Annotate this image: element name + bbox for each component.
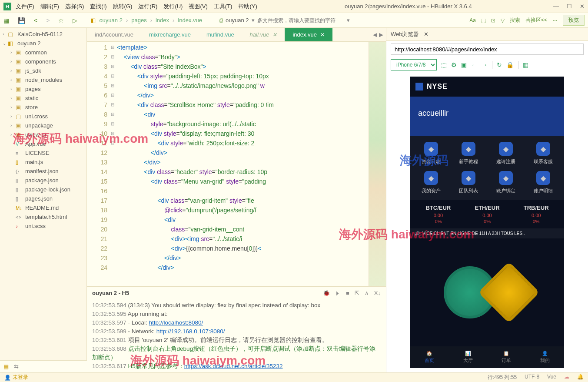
qr-icon[interactable]: ▦ xyxy=(523,61,528,68)
user-icon[interactable]: 👤 xyxy=(4,375,11,381)
console-link[interactable]: https://ask.dcloud.net.cn/article/35232 xyxy=(184,363,283,369)
nav-back-icon[interactable]: ← xyxy=(471,61,477,68)
menu-tile[interactable]: ◆我的资产 xyxy=(414,171,448,194)
login-status[interactable]: 未登录 xyxy=(13,374,28,381)
search-scope-icon[interactable]: ⎙ xyxy=(219,17,223,23)
menu-tile[interactable]: ◆新手教程 xyxy=(451,142,486,165)
search-btn[interactable]: 搜索 xyxy=(510,17,520,24)
bell-icon[interactable]: 🔔 xyxy=(577,374,584,381)
tree-file[interactable]: []main.js xyxy=(0,157,86,167)
close-tab-icon[interactable]: ✕ xyxy=(424,31,429,37)
stop-icon[interactable]: ■ xyxy=(346,290,349,296)
tree-folder[interactable]: ›▣static xyxy=(0,94,86,103)
cloud-icon[interactable]: ☁ xyxy=(564,374,569,381)
minimize-icon[interactable]: ― xyxy=(553,3,559,10)
replace-btn[interactable]: 替换区<< xyxy=(525,17,547,24)
sync-icon[interactable]: ⇆ xyxy=(14,363,19,370)
editor-tab[interactable]: index.vue✕ xyxy=(285,28,332,41)
close-icon[interactable]: ✕ xyxy=(580,3,585,10)
menu-edit[interactable]: 编辑(E) xyxy=(40,3,59,10)
menu-goto[interactable]: 跳转(G) xyxy=(113,3,133,10)
project-dropdown[interactable]: ouyuan 2 xyxy=(226,17,249,23)
tree-folder[interactable]: ›▣node_modules xyxy=(0,75,86,84)
crumb-project[interactable]: ouyuan 2 xyxy=(99,17,123,23)
tree-folder[interactable]: ›▣js_sdk xyxy=(0,66,86,75)
nav-fwd-icon[interactable]: → xyxy=(482,61,488,68)
tree-folder[interactable]: ›▣store xyxy=(0,103,86,112)
tree-root[interactable]: ⌄◧ouyuan 2 xyxy=(0,39,86,48)
new-file-icon[interactable]: ▦ xyxy=(3,17,9,24)
language-mode[interactable]: Vue xyxy=(547,374,556,381)
regex-icon[interactable]: ⬚ xyxy=(481,17,486,23)
menu-tile[interactable]: ◆联系客服 xyxy=(526,142,561,165)
maximize-icon[interactable]: ☐ xyxy=(567,3,572,10)
ticker[interactable]: BTC/EUR0.000% xyxy=(414,204,463,224)
menu-tile[interactable]: ◆邀请注册 xyxy=(488,142,523,165)
bottom-nav-item[interactable]: 👤我的 xyxy=(526,346,565,368)
explorer-icon[interactable]: ▤ xyxy=(3,363,9,370)
devtools-icon[interactable]: ▣ xyxy=(461,61,467,68)
tab-next-icon[interactable]: ▶ xyxy=(379,31,383,38)
code-editor[interactable]: 123456789101112131415161718192021222324 … xyxy=(87,42,386,286)
open-external-icon[interactable]: ⬚ xyxy=(441,61,447,68)
save-icon[interactable]: 💾 xyxy=(18,17,25,24)
device-select[interactable]: iPhone 6/7/8 xyxy=(391,59,437,70)
menu-tile[interactable]: ◆账户明细 xyxy=(526,171,561,194)
aa-icon[interactable]: Aa xyxy=(469,17,476,23)
collapse-icon[interactable]: ∧ xyxy=(365,290,369,296)
tree-file[interactable]: M↓README.md xyxy=(0,203,86,212)
minimap[interactable] xyxy=(369,42,386,286)
preview-button[interactable]: 预览 xyxy=(563,15,585,26)
tree-file[interactable]: VApp.vue xyxy=(0,139,86,148)
tree-folder[interactable]: ›▣unpackage xyxy=(0,121,86,130)
url-input[interactable] xyxy=(391,44,584,55)
search-input[interactable] xyxy=(257,16,344,25)
menu-file[interactable]: 文件(F) xyxy=(16,3,34,10)
editor-tab[interactable]: mufind.vue xyxy=(199,28,242,41)
reload-icon[interactable]: ↻ xyxy=(497,61,502,68)
editor-tab[interactable]: hall.vue✕ xyxy=(242,28,285,41)
crumb-file[interactable]: index.vue xyxy=(178,17,202,23)
bottom-nav-item[interactable]: 📊大厅 xyxy=(449,346,488,368)
console-link[interactable]: http://localhost:8080/ xyxy=(149,319,203,326)
crumb-folder[interactable]: pages xyxy=(131,17,146,23)
forward-icon[interactable]: > xyxy=(46,17,50,24)
crumb-folder2[interactable]: index xyxy=(156,17,169,23)
browser-tab-label[interactable]: Web浏览器 xyxy=(391,30,419,38)
export-icon[interactable]: ⇱ xyxy=(355,290,359,296)
ticker[interactable]: ETH/EUR0.000% xyxy=(463,204,512,224)
tree-folder[interactable]: ›▣uview-ui xyxy=(0,130,86,139)
settings-icon[interactable]: ⚙ xyxy=(451,61,457,68)
menu-tile[interactable]: ◆账户绑定 xyxy=(488,171,523,194)
tree-file[interactable]: ›▢uni.cross xyxy=(0,112,86,121)
tree-file[interactable]: <>template.h5.html xyxy=(0,212,86,221)
close-console-icon[interactable]: X↓ xyxy=(374,290,381,296)
menu-tile[interactable]: ◆资金日志 xyxy=(414,142,448,165)
menu-help[interactable]: 帮助(Y) xyxy=(238,3,257,10)
tab-prev-icon[interactable]: ◀ xyxy=(373,31,377,38)
menu-select[interactable]: 选择(S) xyxy=(65,3,84,10)
tree-folder[interactable]: ›▣components xyxy=(0,57,86,66)
tree-file[interactable]: []package.json xyxy=(0,176,86,185)
menu-tools[interactable]: 工具(T) xyxy=(214,3,233,10)
bottom-nav-item[interactable]: 🏠首页 xyxy=(410,346,449,368)
bug-icon[interactable]: 🐞 xyxy=(323,290,330,296)
menu-tile[interactable]: ◆团队列表 xyxy=(451,171,486,194)
star-icon[interactable]: ☆ xyxy=(58,17,64,24)
tree-file[interactable]: []pages.json xyxy=(0,194,86,203)
menu-find[interactable]: 查找(I) xyxy=(90,3,106,10)
ticker[interactable]: TRB/EUR0.000% xyxy=(512,204,561,224)
editor-tab[interactable]: mixrecharge.vue xyxy=(141,28,199,41)
dots-icon[interactable]: ⋯ xyxy=(552,17,558,23)
back-icon[interactable]: < xyxy=(34,17,37,24)
menu-view[interactable]: 视图(V) xyxy=(189,3,207,10)
tree-file[interactable]: []package-lock.json xyxy=(0,185,86,194)
tree-file[interactable]: ≡LICENSE xyxy=(0,148,86,157)
tree-root[interactable]: ›▢KaisCoin-h5-0112 xyxy=(0,30,86,39)
bottom-nav-item[interactable]: 📋订单 xyxy=(487,346,526,368)
tree-folder[interactable]: ›▣pages xyxy=(0,84,86,94)
close-tab-icon[interactable]: ✕ xyxy=(320,32,325,38)
menu-publish[interactable]: 发行(U) xyxy=(163,3,183,10)
lock-icon[interactable]: 🔒 xyxy=(506,61,514,68)
resume-icon[interactable]: ⏵ xyxy=(335,290,341,296)
